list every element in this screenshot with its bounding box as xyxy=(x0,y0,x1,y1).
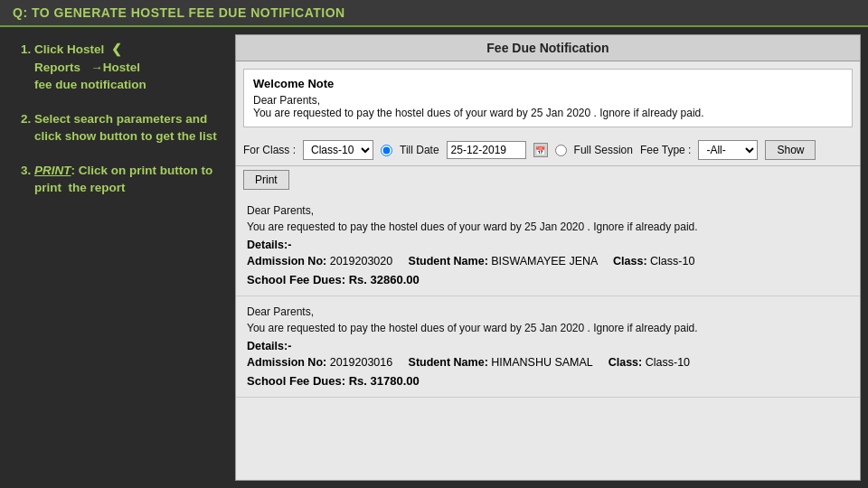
fee-type-select[interactable]: -All- Tuition Hostel xyxy=(698,140,758,160)
notice-2-student-label: Student Name: xyxy=(409,356,488,369)
notice-1-info-row: Admission No: 2019203020 Student Name: B… xyxy=(247,255,849,267)
notice-2-fee-label: School Fee Dues: Rs. xyxy=(247,374,367,388)
notice-1-greeting: Dear Parents, xyxy=(247,204,849,217)
welcome-greeting: Dear Parents, xyxy=(253,94,843,107)
notice-2-student-value: HIMANSHU SAMAL xyxy=(491,356,592,369)
notice-2-class-value: Class-10 xyxy=(646,356,690,369)
for-class-label: For Class : xyxy=(243,144,296,156)
step-2-text: Select search parameters and click show … xyxy=(34,112,217,144)
notice-1-fee-amount: 32860.00 xyxy=(371,273,420,286)
notice-2-fee-amount: 31780.00 xyxy=(371,374,420,388)
notice-1-fee-row: School Fee Dues: Rs. 32860.00 xyxy=(247,273,849,286)
notice-2-admission-label: Admission No: xyxy=(247,356,326,369)
fee-type-label: Fee Type : xyxy=(640,144,691,156)
main-layout: Click Hostel ❮ Reports →Hostel fee due n… xyxy=(0,27,868,488)
controls-container: For Class : Class-10 Class-9 Class-8 Til… xyxy=(236,135,860,195)
welcome-title: Welcome Note xyxy=(253,77,843,90)
notice-1-student-value: BISWAMAYEE JENA xyxy=(491,255,597,267)
step-1-text: Click Hostel ❮ Reports →Hostel fee due n… xyxy=(34,42,146,91)
controls-bar: For Class : Class-10 Class-9 Class-8 Til… xyxy=(236,135,860,166)
show-button[interactable]: Show xyxy=(765,140,816,160)
page-header: Q: TO GENERATE HOSTEL FEE DUE NOTIFICATI… xyxy=(0,0,868,27)
welcome-note-area: Welcome Note Dear Parents, You are reque… xyxy=(243,69,853,127)
notice-1-student-label: Student Name: xyxy=(409,255,488,267)
notice-2-message: You are requested to pay the hostel dues… xyxy=(247,322,849,334)
step-1: Click Hostel ❮ Reports →Hostel fee due n… xyxy=(34,40,221,94)
welcome-body: You are requested to pay the hostel dues… xyxy=(253,107,843,119)
notice-1-details-label: Details:- xyxy=(247,239,849,251)
step-3: Print: Click on print button to print th… xyxy=(34,162,221,197)
print-button[interactable]: Print xyxy=(243,170,289,190)
arrow-icon: ❮ xyxy=(111,42,122,56)
till-date-radio[interactable] xyxy=(381,145,392,156)
notice-2-admission-value: 2019203016 xyxy=(330,356,393,369)
left-instructions-panel: Click Hostel ❮ Reports →Hostel fee due n… xyxy=(0,27,235,488)
notice-2-fee-row: School Fee Dues: Rs. 31780.00 xyxy=(247,374,849,388)
notice-2: Dear Parents, You are requested to pay t… xyxy=(236,296,860,398)
notice-1-fee-label: School Fee Dues: Rs. xyxy=(247,273,367,286)
notice-1: Dear Parents, You are requested to pay t… xyxy=(236,195,860,296)
notice-1-class-label: Class: xyxy=(613,255,647,267)
notice-1-admission-value: 2019203020 xyxy=(330,255,393,267)
print-row: Print xyxy=(236,166,860,195)
full-session-radio[interactable] xyxy=(555,145,567,156)
steps-list: Click Hostel ❮ Reports →Hostel fee due n… xyxy=(14,40,221,197)
notice-1-class-value: Class-10 xyxy=(650,255,694,267)
calendar-icon[interactable]: 📅 xyxy=(533,143,548,157)
class-select[interactable]: Class-10 Class-9 Class-8 xyxy=(303,140,373,160)
panel-title: Fee Due Notification xyxy=(236,35,860,61)
notice-1-message: You are requested to pay the hostel dues… xyxy=(247,221,849,233)
notice-2-class-label: Class: xyxy=(609,356,643,369)
till-date-label: Till Date xyxy=(400,144,439,156)
till-date-input[interactable] xyxy=(447,141,526,159)
notice-2-details-label: Details:- xyxy=(247,340,849,352)
right-content-panel: Fee Due Notification Welcome Note Dear P… xyxy=(235,34,861,481)
notice-2-info-row: Admission No: 2019203016 Student Name: H… xyxy=(247,356,849,369)
step-2: Select search parameters and click show … xyxy=(34,110,221,145)
page-title: Q: TO GENERATE HOSTEL FEE DUE NOTIFICATI… xyxy=(13,5,855,20)
print-label: Print xyxy=(34,164,71,177)
full-session-label: Full Session xyxy=(574,144,633,156)
step-3-text: Print: Click on print button to print th… xyxy=(34,164,212,195)
notice-2-greeting: Dear Parents, xyxy=(247,305,849,318)
notice-1-admission-label: Admission No: xyxy=(247,255,326,267)
